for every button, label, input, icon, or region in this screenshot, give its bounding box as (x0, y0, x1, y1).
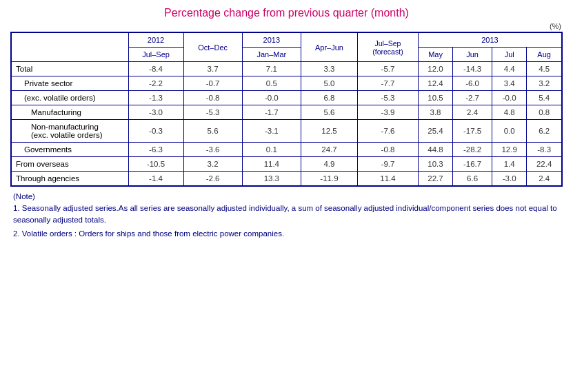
cell-6-5: 10.3 (418, 157, 452, 172)
table-body: Total-8.43.77.13.3-5.712.0-14.34.44.5Pri… (11, 62, 562, 187)
cell-4-4: -7.6 (358, 120, 419, 143)
table-row: Non-manufacturing(exc. volatile orders)-… (11, 120, 562, 143)
cell-6-2: 11.4 (242, 157, 301, 172)
header-row-1: 2012 Oct–Dec 2013 Apr–Jun Jul–Sep(foreca… (11, 32, 562, 48)
cell-5-1: -3.6 (183, 143, 242, 157)
cell-2-8: 5.4 (527, 91, 562, 105)
table-row: (exc. volatile orders)-1.3-0.8-0.06.8-5.… (11, 91, 562, 105)
row-label-0: Total (11, 62, 128, 76)
cell-3-1: -5.3 (183, 105, 242, 120)
cell-1-8: 3.2 (527, 76, 562, 91)
cell-2-4: -5.3 (358, 91, 419, 105)
row-label-2: (exc. volatile orders) (11, 91, 128, 105)
table-row: Manufacturing-3.0-5.3-1.75.6-3.93.82.44.… (11, 105, 562, 120)
cell-4-1: 5.6 (183, 120, 242, 143)
cell-0-4: -5.7 (358, 62, 419, 76)
cell-7-6: 6.6 (453, 172, 492, 187)
header-jan-mar: Jan–Mar (242, 48, 301, 62)
cell-2-1: -0.8 (183, 91, 242, 105)
cell-4-5: 25.4 (418, 120, 452, 143)
cell-3-6: 2.4 (453, 105, 492, 120)
cell-6-3: 4.9 (301, 157, 357, 172)
cell-0-0: -8.4 (128, 62, 183, 76)
header-2012: 2012 (128, 32, 183, 48)
cell-3-4: -3.9 (358, 105, 419, 120)
cell-1-7: 3.4 (492, 76, 527, 91)
table-row: Private sector-2.2-0.70.55.0-7.712.4-6.0… (11, 76, 562, 91)
cell-0-8: 4.5 (527, 62, 562, 76)
main-table: 2012 Oct–Dec 2013 Apr–Jun Jul–Sep(foreca… (10, 32, 563, 187)
row-label-3: Manufacturing (11, 105, 128, 120)
notes-title: (Note) (13, 192, 563, 200)
cell-2-3: 6.8 (301, 91, 357, 105)
cell-1-0: -2.2 (128, 76, 183, 91)
header-2013b: 2013 (418, 32, 562, 48)
cell-0-5: 12.0 (418, 62, 452, 76)
cell-2-6: -2.7 (453, 91, 492, 105)
cell-1-1: -0.7 (183, 76, 242, 91)
cell-7-8: 2.4 (527, 172, 562, 187)
row-label-7: Through agencies (11, 172, 128, 187)
header-jul-sep-fc: Jul–Sep(forecast) (358, 32, 419, 62)
cell-0-1: 3.7 (183, 62, 242, 76)
cell-7-3: -11.9 (301, 172, 357, 187)
cell-4-3: 12.5 (301, 120, 357, 143)
cell-5-3: 24.7 (301, 143, 357, 157)
cell-5-4: -0.8 (358, 143, 419, 157)
cell-4-8: 6.2 (527, 120, 562, 143)
cell-7-2: 13.3 (242, 172, 301, 187)
row-label-4: Non-manufacturing(exc. volatile orders) (11, 120, 128, 143)
cell-4-7: 0.0 (492, 120, 527, 143)
cell-7-1: -2.6 (183, 172, 242, 187)
cell-5-0: -6.3 (128, 143, 183, 157)
cell-6-4: -9.7 (358, 157, 419, 172)
cell-2-5: 10.5 (418, 91, 452, 105)
table-row: Total-8.43.77.13.3-5.712.0-14.34.44.5 (11, 62, 562, 76)
header-oct-dec: Oct–Dec (183, 32, 242, 62)
cell-1-4: -7.7 (358, 76, 419, 91)
header-jun: Jun (453, 48, 492, 62)
header-jul: Jul (492, 48, 527, 62)
cell-6-8: 22.4 (527, 157, 562, 172)
row-label-5: Governments (11, 143, 128, 157)
note-2: 2. Volatile orders : Orders for ships an… (13, 228, 563, 240)
cell-0-3: 3.3 (301, 62, 357, 76)
chart-title: Percentage change from previous quarter … (10, 7, 563, 19)
percent-unit: (%) (10, 22, 563, 30)
cell-3-2: -1.7 (242, 105, 301, 120)
cell-0-7: 4.4 (492, 62, 527, 76)
cell-7-0: -1.4 (128, 172, 183, 187)
cell-5-5: 44.8 (418, 143, 452, 157)
cell-2-7: -0.0 (492, 91, 527, 105)
header-may: May (418, 48, 452, 62)
header-aug: Aug (527, 48, 562, 62)
cell-2-2: -0.0 (242, 91, 301, 105)
cell-1-3: 5.0 (301, 76, 357, 91)
header-apr-jun: Apr–Jun (301, 32, 357, 62)
header-jul-sep-2012: Jul–Sep (128, 48, 183, 62)
table-row: Through agencies-1.4-2.613.3-11.911.422.… (11, 172, 562, 187)
cell-3-0: -3.0 (128, 105, 183, 120)
cell-5-8: -8.3 (527, 143, 562, 157)
cell-3-8: 0.8 (527, 105, 562, 120)
cell-4-0: -0.3 (128, 120, 183, 143)
cell-3-7: 4.8 (492, 105, 527, 120)
cell-6-6: -16.7 (453, 157, 492, 172)
row-label-1: Private sector (11, 76, 128, 91)
cell-7-4: 11.4 (358, 172, 419, 187)
cell-7-5: 22.7 (418, 172, 452, 187)
cell-6-7: 1.4 (492, 157, 527, 172)
table-row: Governments-6.3-3.60.124.7-0.844.8-28.21… (11, 143, 562, 157)
notes-section: (Note) 1. Seasonally adjusted series.As … (10, 192, 563, 240)
cell-3-3: 5.6 (301, 105, 357, 120)
note-1: 1. Seasonally adjusted series.As all ser… (13, 203, 563, 227)
header-2013a: 2013 (242, 32, 301, 48)
cell-1-2: 0.5 (242, 76, 301, 91)
cell-4-2: -3.1 (242, 120, 301, 143)
table-row: From overseas-10.53.211.44.9-9.710.3-16.… (11, 157, 562, 172)
cell-6-0: -10.5 (128, 157, 183, 172)
cell-1-5: 12.4 (418, 76, 452, 91)
row-label-6: From overseas (11, 157, 128, 172)
cell-5-2: 0.1 (242, 143, 301, 157)
cell-5-6: -28.2 (453, 143, 492, 157)
